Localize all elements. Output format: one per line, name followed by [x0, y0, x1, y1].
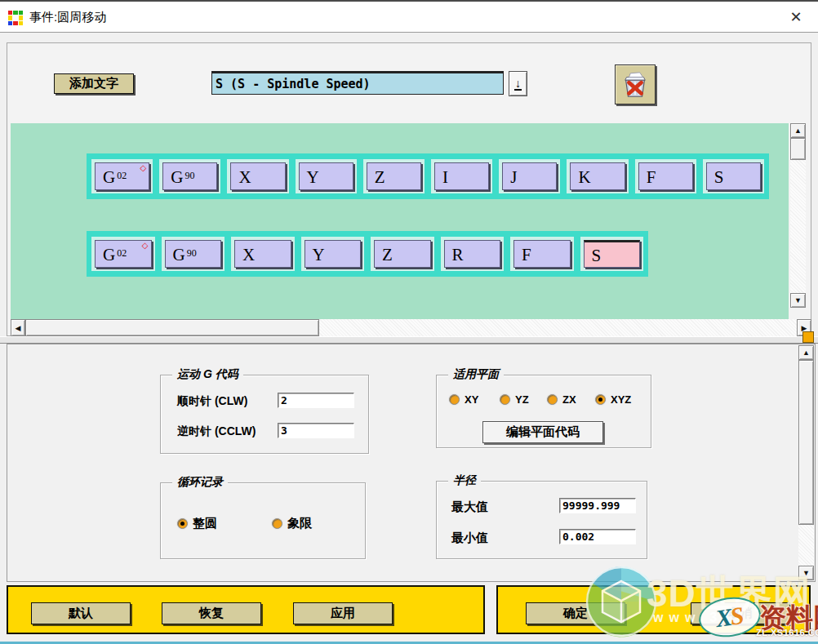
app-icon: [8, 11, 23, 25]
code-button-s-selected[interactable]: S: [584, 240, 641, 268]
radius-group: 半径 最大值 最小值: [436, 481, 647, 559]
code-button-z[interactable]: Z: [367, 162, 421, 190]
footer-left-panel: 默认 恢复 应用: [7, 585, 485, 634]
scroll-left-button[interactable]: ◀: [11, 319, 25, 336]
left-arrow-icon: ◀: [16, 324, 21, 332]
code-button-j[interactable]: J: [502, 162, 557, 190]
edit-plane-code-button[interactable]: 编辑平面代码: [482, 421, 603, 443]
default-button[interactable]: 默认: [31, 602, 131, 624]
settings-vertical-scrollbar[interactable]: ▲ ▼: [798, 345, 814, 580]
code-button-g90[interactable]: G90: [165, 240, 222, 268]
code-button-g90[interactable]: G90: [162, 162, 217, 190]
cw-label: 顺时针 (CLW): [177, 394, 247, 409]
settings-panel: 运动 G 代码 顺时针 (CLW) 逆时针 (CCLW) 适用平面 XY YZ …: [7, 344, 816, 582]
radio-icon: [547, 394, 558, 405]
radio-icon: [272, 518, 282, 529]
window-title: 事件:圆周移动: [29, 10, 106, 25]
down-arrow-icon: ▼: [802, 569, 810, 577]
scrollbar-thumb[interactable]: [790, 138, 806, 160]
canvas-horizontal-scrollbar[interactable]: ◀ ▶: [11, 319, 811, 336]
code-button-y[interactable]: Y: [305, 240, 362, 268]
radio-yz[interactable]: YZ: [500, 393, 529, 406]
up-arrow-icon: ▲: [794, 127, 802, 135]
trash-icon: [620, 69, 651, 100]
code-button-r[interactable]: R: [444, 240, 501, 268]
code-button-f[interactable]: F: [513, 240, 571, 268]
code-row-1: G02◇ G90 X Y Z I J K F S: [87, 153, 769, 199]
applicable-plane-group: 适用平面 XY YZ ZX XYZ 编辑平面代码: [436, 375, 651, 448]
delete-button[interactable]: [615, 64, 656, 104]
apply-button[interactable]: 应用: [293, 602, 393, 624]
drop-down-icon: ↓: [514, 78, 522, 91]
combobox-dropdown-button[interactable]: ↓: [509, 71, 527, 96]
code-button-s[interactable]: S: [706, 162, 761, 190]
max-label: 最大值: [451, 500, 488, 515]
code-button-f[interactable]: F: [638, 162, 693, 190]
radio-xyz[interactable]: XYZ: [595, 393, 631, 406]
ccw-label: 逆时针 (CCLW): [177, 424, 256, 439]
splitter-bar[interactable]: [0, 336, 818, 344]
group-title: 循环记录: [172, 475, 228, 490]
max-input[interactable]: [559, 498, 636, 513]
add-text-button[interactable]: 添加文字: [54, 73, 134, 94]
close-icon[interactable]: ✕: [787, 8, 805, 26]
code-button-k[interactable]: K: [570, 162, 625, 190]
min-input[interactable]: [559, 529, 636, 544]
code-button-z[interactable]: Z: [374, 240, 431, 268]
group-title: 半径: [448, 473, 481, 488]
diamond-marker-icon: ◇: [140, 163, 147, 172]
scroll-down-button[interactable]: ▼: [798, 566, 814, 580]
radio-xy[interactable]: XY: [449, 393, 478, 406]
diamond-marker-icon: ◇: [142, 241, 149, 250]
up-arrow-icon: ▲: [802, 349, 810, 357]
scrollbar-thumb[interactable]: [798, 360, 814, 525]
right-arrow-icon: ▶: [802, 324, 807, 332]
code-button-i[interactable]: I: [434, 162, 489, 190]
radio-icon: [449, 394, 460, 405]
down-arrow-icon: ▼: [794, 296, 802, 304]
radio-icon: [177, 518, 188, 529]
footer-right-panel: 确定 取消: [496, 585, 811, 634]
min-label: 最小值: [451, 531, 488, 546]
code-button-g02[interactable]: G02◇: [95, 162, 149, 190]
cw-input[interactable]: [278, 393, 354, 408]
code-row-2: G02◇ G90 X Y Z R F S: [87, 231, 648, 277]
title-bar: 事件:圆周移动 ✕: [0, 0, 818, 33]
group-title: 运动 G 代码: [172, 367, 243, 382]
radio-full-circle[interactable]: 整圆: [177, 516, 217, 531]
cycle-record-group: 循环记录 整圆 象限: [160, 482, 366, 559]
motion-gcode-group: 运动 G 代码 顺时针 (CLW) 逆时针 (CCLW): [160, 375, 369, 454]
ok-button[interactable]: 确定: [526, 602, 625, 624]
radio-icon: [595, 394, 606, 405]
upper-panel: 添加文字 S (S - Spindle Speed) ↓ G02◇ G90 X …: [7, 42, 811, 336]
radio-quadrant[interactable]: 象限: [272, 516, 312, 531]
canvas-vertical-scrollbar[interactable]: ▲ ▼: [790, 123, 806, 308]
code-button-x[interactable]: X: [234, 240, 291, 268]
text-combobox[interactable]: S (S - Spindle Speed): [211, 71, 504, 95]
code-button-x[interactable]: X: [230, 162, 285, 190]
group-title: 适用平面: [448, 367, 504, 382]
scroll-down-button[interactable]: ▼: [790, 293, 806, 308]
radio-icon: [500, 394, 510, 405]
cancel-button[interactable]: 取消: [691, 602, 790, 624]
radio-zx[interactable]: ZX: [547, 393, 576, 406]
scroll-up-button[interactable]: ▲: [798, 345, 814, 360]
ccw-input[interactable]: [278, 423, 354, 438]
splitter-handle[interactable]: [802, 331, 814, 343]
scroll-up-button[interactable]: ▲: [790, 123, 806, 138]
restore-button[interactable]: 恢复: [162, 602, 261, 624]
code-button-y[interactable]: Y: [299, 162, 353, 190]
code-canvas: G02◇ G90 X Y Z I J K F S G02◇ G90 X Y Z …: [11, 123, 789, 319]
code-button-g02[interactable]: G02◇: [95, 240, 152, 268]
scrollbar-thumb[interactable]: [25, 319, 319, 336]
